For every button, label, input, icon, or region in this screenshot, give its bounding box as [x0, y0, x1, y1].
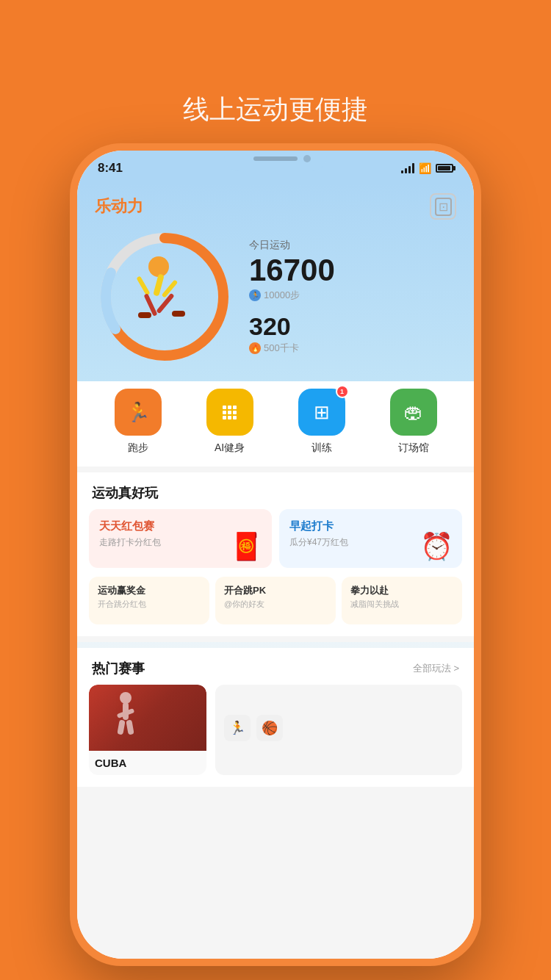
fist-subtitle: 减脂闯关挑战 [350, 599, 453, 610]
quick-actions: 🏃 跑步 [77, 381, 474, 466]
fun-section-title: 运动真好玩 [77, 472, 474, 509]
training-badge: 1 [336, 385, 349, 398]
ai-fitness-label: AI健身 [215, 442, 245, 455]
calories-count: 320 [249, 314, 456, 339]
phone-mockup: 8:41 📶 乐动力 [70, 143, 481, 966]
phone-inner-frame: 8:41 📶 乐动力 [77, 151, 474, 959]
small-card-fist[interactable]: 拳力以赴 减脂闯关挑战 [342, 577, 462, 624]
cuba-name: CUBA [95, 757, 201, 769]
small-card-sport-win[interactable]: 运动赢奖金 开合跳分红包 [89, 577, 209, 624]
fist-title: 拳力以赴 [350, 584, 453, 597]
phone-outer-frame: 8:41 📶 乐动力 [70, 143, 481, 966]
steps-goal-text: 10000步 [264, 289, 300, 302]
running-figure [128, 256, 201, 337]
hot-more-link[interactable]: 全部玩法 > [413, 662, 459, 675]
divider-2 [77, 636, 474, 642]
sport-win-title: 运动赢奖金 [98, 584, 201, 597]
action-ai-fitness[interactable]: AI健身 [206, 389, 253, 455]
calories-goal-icon: 🔥 [249, 342, 261, 354]
steps-goal: 🏃 10000步 [249, 289, 456, 302]
status-time: 8:41 [98, 161, 123, 176]
training-icon: ⊞ 1 [298, 389, 345, 436]
hot-header: 热门赛事 全部玩法 > [77, 648, 474, 685]
small-card-jumping[interactable]: 开合跳PK @你的好友 [215, 577, 336, 624]
event-card-other[interactable]: 🏃 🏀 [215, 685, 462, 775]
fun-section: 运动真好玩 天天红包赛 走路打卡分红包 🧧 早起打卡 瓜分¥47万红包 ⏰ [77, 472, 474, 636]
scan-icon: ⊡ [435, 198, 452, 216]
small-cards: 运动赢奖金 开合跳分红包 开合跳PK @你的好友 拳力以赴 减脂闯关挑战 [77, 577, 474, 636]
divider-1 [77, 466, 474, 472]
cuba-image [89, 685, 206, 751]
steps-goal-icon: 🏃 [249, 289, 261, 301]
checkin-emoji: ⏰ [420, 531, 453, 562]
booking-icon: 🏟 [390, 389, 437, 436]
app-content: 乐动力 ⊡ [77, 183, 474, 959]
booking-label: 订场馆 [398, 442, 429, 455]
hot-title: 热门赛事 [92, 660, 145, 677]
running-label: 跑步 [128, 442, 148, 455]
activity-ring [95, 227, 234, 367]
action-training[interactable]: ⊞ 1 训练 [298, 389, 345, 455]
event-cards: CUBA 🏃 🏀 [77, 685, 474, 787]
page-subtitle: 线上运动更便捷 [0, 92, 551, 128]
scan-button[interactable]: ⊡ [430, 193, 456, 220]
ai-fitness-icon [206, 389, 253, 436]
steps-count: 16700 [249, 255, 456, 286]
wifi-icon: 📶 [419, 162, 431, 174]
event-icon-1: 🏃 [224, 715, 251, 741]
cuba-info: CUBA [89, 751, 206, 775]
event-icons: 🏃 🏀 [224, 715, 453, 741]
fun-card-checkin[interactable]: 早起打卡 瓜分¥47万红包 ⏰ [279, 509, 462, 568]
fun-card-red-packet[interactable]: 天天红包赛 走路打卡分红包 🧧 [89, 509, 272, 568]
activity-section: 今日运动 16700 🏃 10000步 320 🔥 500千卡 [77, 227, 474, 381]
calories-goal-text: 500千卡 [264, 342, 299, 355]
fun-grid: 天天红包赛 走路打卡分红包 🧧 早起打卡 瓜分¥47万红包 ⏰ [77, 509, 474, 577]
jumping-subtitle: @你的好友 [224, 599, 327, 610]
event-icon-2: 🏀 [256, 715, 283, 741]
app-header: 乐动力 ⊡ [77, 183, 474, 227]
app-logo: 乐动力 [95, 195, 143, 217]
running-icon: 🏃 [115, 389, 162, 436]
status-icons: 📶 [401, 162, 453, 174]
activity-label: 今日运动 [249, 239, 456, 252]
sport-win-subtitle: 开合跳分红包 [98, 599, 201, 610]
stats-container: 今日运动 16700 🏃 10000步 320 🔥 500千卡 [249, 239, 456, 355]
jumping-title: 开合跳PK [224, 584, 327, 597]
event-card-cuba[interactable]: CUBA [89, 685, 206, 775]
training-label: 训练 [311, 442, 332, 455]
battery-icon [436, 164, 453, 173]
action-running[interactable]: 🏃 跑步 [115, 389, 162, 455]
calories-goal: 🔥 500千卡 [249, 342, 456, 355]
signal-icon [401, 163, 414, 173]
action-booking[interactable]: 🏟 订场馆 [390, 389, 437, 455]
phone-notch [224, 151, 327, 171]
red-packet-emoji: 🧧 [230, 531, 263, 562]
hot-section: 热门赛事 全部玩法 > [77, 648, 474, 787]
